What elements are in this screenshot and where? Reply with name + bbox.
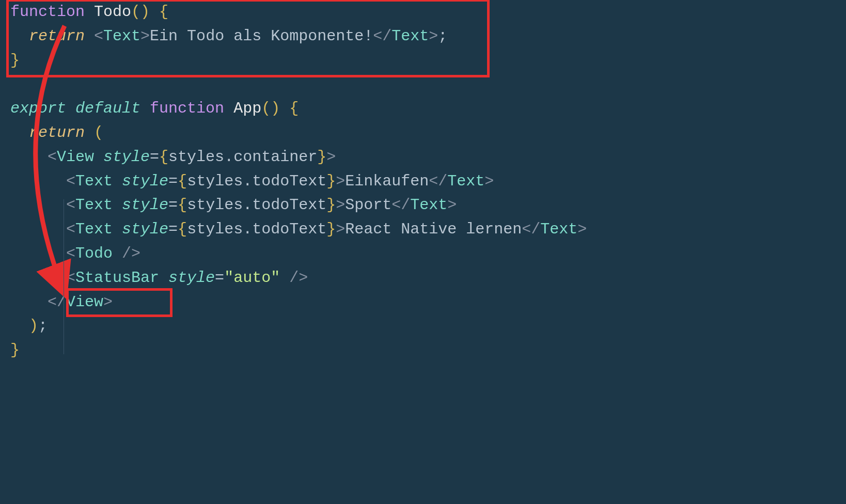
code-line-5: export default function App() { bbox=[10, 97, 836, 121]
keyword-function: function bbox=[150, 100, 224, 117]
code-line-9: <Text style={styles.todoText}>Sport</Tex… bbox=[10, 193, 836, 217]
brace-open: { bbox=[159, 3, 168, 21]
code-line-15: } bbox=[10, 338, 836, 363]
jsx-text: Ein Todo als Komponente! bbox=[150, 27, 373, 45]
code-line-10: <Text style={styles.todoText}>React Nati… bbox=[10, 217, 836, 242]
code-line-11: <Todo /> bbox=[10, 242, 836, 266]
keyword-default: default bbox=[75, 100, 140, 117]
code-line-8: <Text style={styles.todoText}>Einkaufen<… bbox=[10, 169, 836, 194]
keyword-return: return bbox=[29, 124, 85, 141]
code-line-3: } bbox=[10, 49, 836, 73]
code-line-1: function Todo() { bbox=[10, 0, 836, 24]
code-line-6: return ( bbox=[10, 121, 836, 145]
code-line-14: ); bbox=[10, 314, 836, 338]
keyword-function: function bbox=[10, 3, 85, 21]
code-line-13: </View> bbox=[10, 290, 836, 314]
keyword-export: export bbox=[10, 100, 66, 117]
code-line-2: return <Text>Ein Todo als Komponente!</T… bbox=[10, 24, 836, 49]
code-line-7: <View style={styles.container}> bbox=[10, 145, 836, 169]
code-line-12: <StatusBar style="auto" /> bbox=[10, 266, 836, 290]
function-name: App bbox=[233, 100, 261, 117]
code-editor: function Todo() { return <Text>Ein Todo … bbox=[0, 0, 846, 363]
code-line-4 bbox=[10, 72, 836, 97]
brace-close: } bbox=[10, 52, 20, 69]
keyword-return: return bbox=[29, 27, 85, 45]
indent-guide bbox=[64, 199, 64, 354]
parens: () bbox=[131, 3, 150, 21]
function-name: Todo bbox=[94, 3, 131, 21]
